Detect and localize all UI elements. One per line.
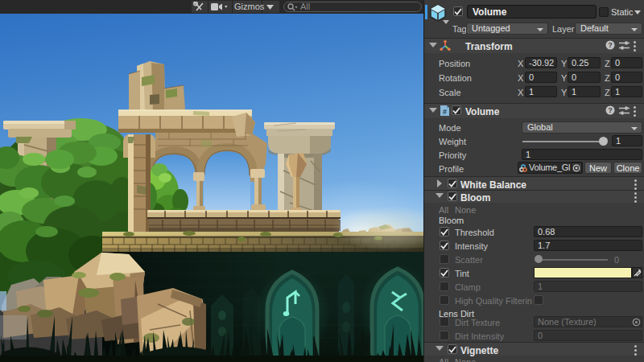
svg-text:?: ?: [608, 41, 613, 49]
svg-text:?: ?: [608, 106, 613, 114]
svg-text:#: #: [443, 108, 447, 116]
